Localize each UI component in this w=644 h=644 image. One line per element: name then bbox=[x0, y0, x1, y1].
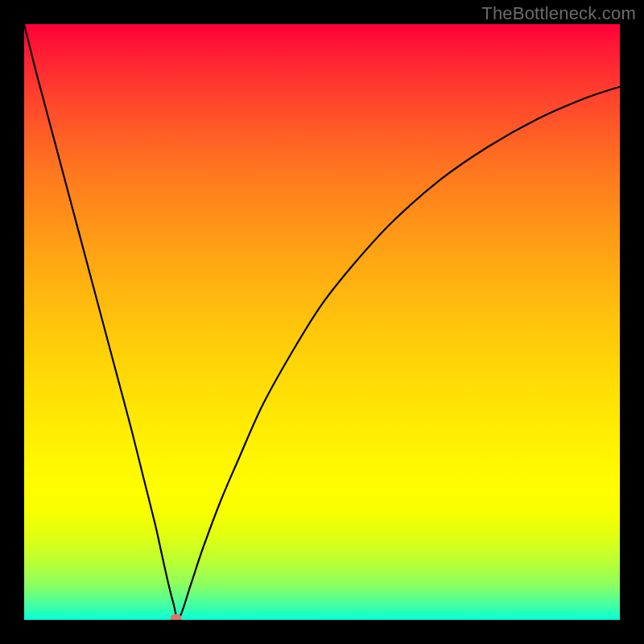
chart-frame: TheBottleneck.com bbox=[0, 0, 644, 644]
watermark-text: TheBottleneck.com bbox=[481, 3, 636, 24]
bottleneck-curve bbox=[24, 24, 620, 618]
curve-layer bbox=[24, 24, 620, 620]
plot-area bbox=[24, 24, 620, 620]
